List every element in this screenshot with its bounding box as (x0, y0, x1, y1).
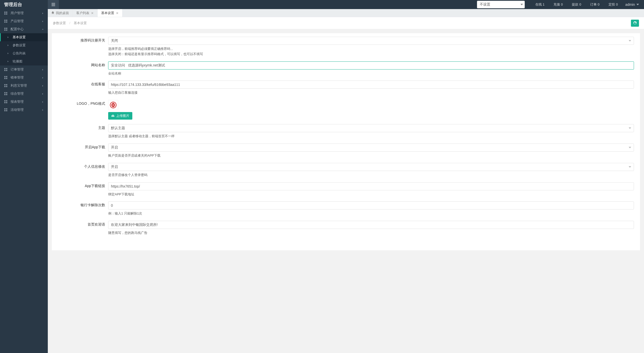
sidebar-item[interactable]: 错单管理 (0, 74, 48, 82)
stat-fixed[interactable]: 定投 0 (604, 2, 622, 7)
chevron-down-icon (629, 40, 631, 42)
tab[interactable]: 客户列表 (73, 9, 98, 17)
chevron-right-icon (7, 44, 11, 46)
sidebar-item-label: 报表管理 (11, 99, 42, 104)
grid-icon (4, 68, 8, 71)
grid-icon (4, 11, 8, 15)
svg-rect-20 (6, 76, 7, 77)
svg-rect-37 (4, 110, 6, 111)
stat-online[interactable]: 在线 1 (531, 2, 549, 7)
form-scroll[interactable]: 推荐码注册开关 关闭 选择开启，前端推荐码必须要填正确推荐码， 选择关闭：前端还… (48, 29, 644, 353)
svg-rect-35 (4, 108, 6, 110)
sidebar-item-label: 活动管理 (11, 108, 42, 112)
sidebar-subitem[interactable]: 基本设置 (0, 33, 48, 41)
chevron-down-icon (629, 166, 631, 168)
svg-rect-12 (6, 28, 7, 29)
grid-icon (4, 92, 8, 95)
sidebar-subitem-label: 参数设置 (13, 43, 44, 48)
sidebar-subitem[interactable]: 参数设置 (0, 41, 48, 49)
stat-orders[interactable]: 订单 0 (586, 2, 604, 7)
refresh-button[interactable] (631, 20, 639, 27)
chevron-right-icon (42, 68, 44, 72)
row-site-name: 网站名称 全站名称 (58, 61, 634, 76)
label-logo: LOGO，PNG格式 (58, 100, 108, 106)
svg-rect-34 (6, 102, 7, 103)
chevron-right-icon (42, 108, 44, 112)
input-bankcard-remove[interactable] (108, 201, 634, 209)
menu-icon (51, 3, 55, 7)
sidebar: 用户管理产品管理配置中心基本设置参数设置公告列表轮播图订单管理错单管理利息宝管理… (0, 9, 48, 353)
tab-strip: 我的桌面客户列表基本设置 (48, 9, 644, 17)
svg-rect-23 (4, 84, 6, 85)
close-icon[interactable] (91, 12, 94, 15)
admin-menu[interactable]: admin (622, 0, 644, 9)
tab[interactable]: 基本设置 (98, 9, 123, 17)
select-app-download[interactable]: 开启 (108, 144, 634, 152)
svg-rect-16 (6, 68, 7, 69)
label-kefu: 在线客服 (58, 81, 108, 87)
brand-title: 管理后台 (0, 0, 48, 9)
chevron-right-icon (7, 60, 11, 62)
svg-rect-28 (6, 92, 7, 93)
grid-icon (4, 27, 8, 31)
close-icon[interactable] (116, 12, 119, 15)
svg-rect-14 (6, 29, 7, 31)
input-site-name[interactable] (108, 61, 634, 69)
chevron-right-icon (42, 92, 44, 96)
sidebar-subitem[interactable]: 公告列表 (0, 49, 48, 57)
svg-rect-29 (4, 94, 6, 95)
sidebar-item-label: 用户管理 (11, 11, 42, 15)
svg-rect-6 (6, 13, 7, 15)
svg-rect-3 (4, 12, 6, 13)
sidebar-item[interactable]: 报表管理 (0, 98, 48, 106)
svg-rect-41 (112, 104, 115, 106)
input-welcome[interactable] (108, 221, 634, 229)
stat-withdraw[interactable]: 提款 0 (567, 2, 586, 7)
header-select[interactable]: 不设置 (477, 1, 525, 8)
sidebar-item[interactable]: 配置中心 (0, 25, 48, 33)
svg-rect-33 (4, 102, 6, 103)
svg-rect-7 (4, 20, 6, 21)
select-theme[interactable]: 默认主题 (108, 124, 634, 132)
svg-rect-31 (4, 100, 6, 101)
chevron-right-icon (7, 52, 11, 54)
logo-preview (108, 100, 118, 110)
help-recommend-switch: 选择开启，前端推荐码必须要填正确推荐码， 选择关闭：前端还是有显示推荐码格式，可… (108, 46, 634, 57)
sidebar-item[interactable]: 活动管理 (0, 106, 48, 114)
svg-rect-36 (6, 108, 7, 110)
form-panel: 推荐码注册开关 关闭 选择开启，前端推荐码必须要填正确推荐码， 选择关闭：前端还… (52, 33, 640, 250)
input-kefu[interactable] (108, 81, 634, 89)
row-app-download: 开启App下载 开启 账户页面是否开启或者关闭APP下载 (58, 144, 634, 158)
upload-button[interactable]: 上传图片 (108, 112, 132, 120)
chevron-right-icon (7, 36, 11, 38)
sidebar-toggle-button[interactable] (48, 0, 59, 9)
input-app-link[interactable] (108, 182, 634, 190)
row-welcome: 首页欢迎语 随意填写，您的跑马线广告 (58, 221, 634, 236)
svg-rect-5 (4, 13, 6, 15)
select-recommend-switch[interactable]: 关闭 (108, 37, 634, 45)
svg-rect-19 (4, 76, 6, 77)
stat-recharge[interactable]: 充值 0 (549, 2, 567, 7)
tab[interactable]: 我的桌面 (48, 9, 73, 17)
breadcrumb-parent[interactable]: 参数设置 (53, 21, 66, 25)
select-personal-edit[interactable]: 开启 (108, 163, 634, 171)
grid-icon (4, 100, 8, 103)
sidebar-subitem-label: 基本设置 (13, 35, 44, 40)
sidebar-subitem-label: 轮播图 (13, 59, 44, 64)
sidebar-item[interactable]: 产品管理 (0, 17, 48, 25)
label-recommend-switch: 推荐码注册开关 (58, 37, 108, 43)
sidebar-item[interactable]: 利息宝管理 (0, 82, 48, 90)
sidebar-item[interactable]: 综合管理 (0, 90, 48, 98)
grid-icon (4, 19, 8, 23)
sidebar-item[interactable]: 用户管理 (0, 9, 48, 17)
sidebar-subitem[interactable]: 轮播图 (0, 57, 48, 65)
home-icon (51, 11, 54, 15)
chevron-down-icon (629, 127, 631, 129)
svg-rect-11 (4, 28, 6, 29)
row-theme: 主题 默认主题 选择默认主题 或者移动主题，前端首页不一样 (58, 124, 634, 139)
sidebar-item-label: 产品管理 (11, 19, 42, 23)
svg-rect-13 (4, 29, 6, 31)
row-app-link: App下载链接 绑定APP下载地址 (58, 182, 634, 197)
sidebar-item[interactable]: 订单管理 (0, 65, 48, 74)
svg-rect-30 (6, 94, 7, 95)
